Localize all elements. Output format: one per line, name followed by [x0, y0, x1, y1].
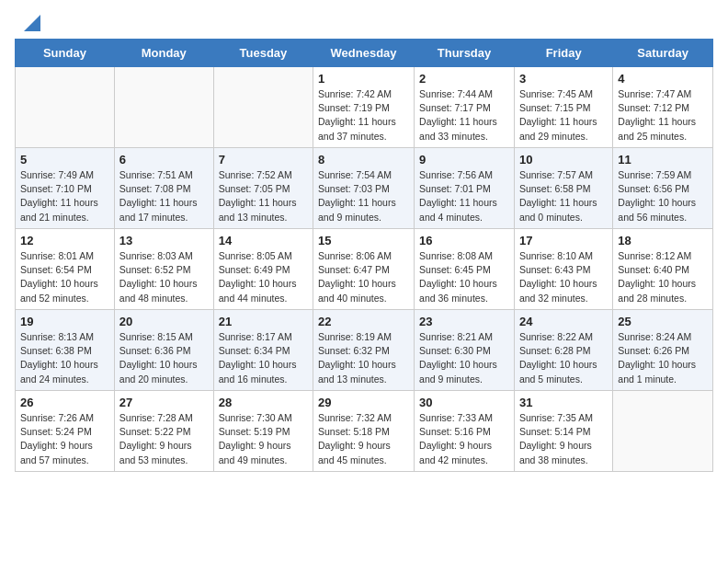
calendar-cell: 27Sunrise: 7:28 AMSunset: 5:22 PMDayligh… — [114, 391, 213, 472]
calendar-week-row: 26Sunrise: 7:26 AMSunset: 5:24 PMDayligh… — [16, 391, 713, 472]
day-number: 10 — [519, 153, 608, 167]
calendar-cell: 19Sunrise: 8:13 AMSunset: 6:38 PMDayligh… — [16, 310, 115, 391]
day-number: 31 — [519, 396, 608, 409]
day-number: 7 — [219, 153, 308, 167]
day-of-week-header: Tuesday — [213, 40, 313, 67]
day-info: Sunrise: 7:45 AMSunset: 7:15 PMDaylight:… — [519, 87, 608, 144]
calendar-cell — [16, 67, 115, 148]
day-number: 13 — [119, 234, 209, 247]
day-number: 18 — [618, 234, 708, 247]
calendar-cell: 6Sunrise: 7:51 AMSunset: 7:08 PMDaylight… — [114, 148, 213, 229]
day-number: 2 — [419, 72, 509, 86]
day-info: Sunrise: 8:05 AMSunset: 6:49 PMDaylight:… — [219, 249, 308, 305]
day-number: 11 — [618, 153, 708, 167]
day-info: Sunrise: 7:54 AMSunset: 7:03 PMDaylight:… — [318, 168, 409, 224]
svg-marker-0 — [24, 15, 40, 31]
day-number: 8 — [318, 153, 409, 167]
day-info: Sunrise: 7:30 AMSunset: 5:19 PMDaylight:… — [219, 411, 308, 467]
header-row: SundayMondayTuesdayWednesdayThursdayFrid… — [16, 40, 713, 67]
calendar-cell — [213, 67, 313, 148]
calendar-cell: 31Sunrise: 7:35 AMSunset: 5:14 PMDayligh… — [514, 391, 612, 472]
day-info: Sunrise: 8:01 AMSunset: 6:54 PMDaylight:… — [20, 249, 109, 305]
day-info: Sunrise: 8:15 AMSunset: 6:36 PMDaylight:… — [119, 330, 209, 386]
day-info: Sunrise: 8:10 AMSunset: 6:43 PMDaylight:… — [519, 249, 608, 305]
calendar-cell: 25Sunrise: 8:24 AMSunset: 6:26 PMDayligh… — [613, 310, 713, 391]
day-info: Sunrise: 7:32 AMSunset: 5:18 PMDaylight:… — [318, 411, 409, 467]
day-info: Sunrise: 7:52 AMSunset: 7:05 PMDaylight:… — [219, 168, 308, 224]
day-number: 27 — [119, 396, 209, 409]
day-number: 17 — [519, 234, 608, 247]
day-number: 28 — [219, 396, 308, 409]
day-number: 5 — [20, 153, 109, 167]
day-info: Sunrise: 8:24 AMSunset: 6:26 PMDaylight:… — [618, 330, 708, 386]
day-info: Sunrise: 8:12 AMSunset: 6:40 PMDaylight:… — [618, 249, 708, 305]
calendar-cell: 10Sunrise: 7:57 AMSunset: 6:58 PMDayligh… — [514, 148, 612, 229]
day-info: Sunrise: 8:08 AMSunset: 6:45 PMDaylight:… — [419, 249, 509, 305]
day-number: 4 — [618, 72, 708, 86]
day-info: Sunrise: 7:44 AMSunset: 7:17 PMDaylight:… — [419, 87, 509, 144]
day-info: Sunrise: 8:21 AMSunset: 6:30 PMDaylight:… — [419, 330, 509, 386]
day-number: 19 — [20, 315, 109, 328]
day-number: 21 — [219, 315, 308, 328]
day-info: Sunrise: 7:42 AMSunset: 7:19 PMDaylight:… — [318, 87, 409, 144]
day-info: Sunrise: 8:17 AMSunset: 6:34 PMDaylight:… — [219, 330, 308, 386]
day-of-week-header: Thursday — [415, 40, 515, 67]
day-number: 20 — [119, 315, 209, 328]
day-of-week-header: Monday — [114, 40, 213, 67]
day-of-week-header: Friday — [514, 40, 612, 67]
day-info: Sunrise: 7:47 AMSunset: 7:12 PMDaylight:… — [618, 87, 708, 144]
day-number: 9 — [419, 153, 509, 167]
calendar-cell: 7Sunrise: 7:52 AMSunset: 7:05 PMDaylight… — [213, 148, 313, 229]
day-of-week-header: Saturday — [613, 40, 713, 67]
calendar-cell: 23Sunrise: 8:21 AMSunset: 6:30 PMDayligh… — [415, 310, 515, 391]
calendar-cell: 28Sunrise: 7:30 AMSunset: 5:19 PMDayligh… — [213, 391, 313, 472]
calendar-cell: 11Sunrise: 7:59 AMSunset: 6:56 PMDayligh… — [613, 148, 713, 229]
calendar-cell: 29Sunrise: 7:32 AMSunset: 5:18 PMDayligh… — [313, 391, 415, 472]
day-number: 24 — [519, 315, 608, 328]
calendar-cell: 8Sunrise: 7:54 AMSunset: 7:03 PMDaylight… — [313, 148, 415, 229]
day-number: 15 — [318, 234, 409, 247]
logo — [22, 17, 40, 31]
day-info: Sunrise: 8:06 AMSunset: 6:47 PMDaylight:… — [318, 249, 409, 305]
day-info: Sunrise: 8:19 AMSunset: 6:32 PMDaylight:… — [318, 330, 409, 386]
day-info: Sunrise: 7:56 AMSunset: 7:01 PMDaylight:… — [419, 168, 509, 224]
day-info: Sunrise: 8:03 AMSunset: 6:52 PMDaylight:… — [119, 249, 209, 305]
day-number: 14 — [219, 234, 308, 247]
day-number: 30 — [419, 396, 509, 409]
day-number: 3 — [519, 72, 608, 86]
calendar-cell: 18Sunrise: 8:12 AMSunset: 6:40 PMDayligh… — [613, 229, 713, 310]
calendar-cell: 22Sunrise: 8:19 AMSunset: 6:32 PMDayligh… — [313, 310, 415, 391]
calendar-table: SundayMondayTuesdayWednesdayThursdayFrid… — [15, 39, 713, 472]
calendar-week-row: 1Sunrise: 7:42 AMSunset: 7:19 PMDaylight… — [16, 67, 713, 148]
day-info: Sunrise: 8:22 AMSunset: 6:28 PMDaylight:… — [519, 330, 608, 386]
day-info: Sunrise: 7:57 AMSunset: 6:58 PMDaylight:… — [519, 168, 608, 224]
calendar-cell: 14Sunrise: 8:05 AMSunset: 6:49 PMDayligh… — [213, 229, 313, 310]
calendar-cell: 16Sunrise: 8:08 AMSunset: 6:45 PMDayligh… — [415, 229, 515, 310]
day-number: 12 — [20, 234, 109, 247]
day-of-week-header: Sunday — [16, 40, 115, 67]
calendar-cell: 9Sunrise: 7:56 AMSunset: 7:01 PMDaylight… — [415, 148, 515, 229]
day-info: Sunrise: 7:49 AMSunset: 7:10 PMDaylight:… — [20, 168, 109, 224]
calendar-cell: 2Sunrise: 7:44 AMSunset: 7:17 PMDaylight… — [415, 67, 515, 148]
day-info: Sunrise: 7:59 AMSunset: 6:56 PMDaylight:… — [618, 168, 708, 224]
day-info: Sunrise: 7:26 AMSunset: 5:24 PMDaylight:… — [20, 411, 109, 467]
calendar-week-row: 12Sunrise: 8:01 AMSunset: 6:54 PMDayligh… — [16, 229, 713, 310]
calendar-body: 1Sunrise: 7:42 AMSunset: 7:19 PMDaylight… — [16, 67, 713, 472]
day-number: 26 — [20, 396, 109, 409]
calendar-cell: 5Sunrise: 7:49 AMSunset: 7:10 PMDaylight… — [16, 148, 115, 229]
calendar-container: SundayMondayTuesdayWednesdayThursdayFrid… — [0, 39, 728, 487]
calendar-cell: 24Sunrise: 8:22 AMSunset: 6:28 PMDayligh… — [514, 310, 612, 391]
calendar-cell: 1Sunrise: 7:42 AMSunset: 7:19 PMDaylight… — [313, 67, 415, 148]
calendar-cell: 17Sunrise: 8:10 AMSunset: 6:43 PMDayligh… — [514, 229, 612, 310]
day-info: Sunrise: 7:35 AMSunset: 5:14 PMDaylight:… — [519, 411, 608, 467]
page-header — [0, 0, 728, 39]
day-of-week-header: Wednesday — [313, 40, 415, 67]
day-number: 6 — [119, 153, 209, 167]
calendar-week-row: 19Sunrise: 8:13 AMSunset: 6:38 PMDayligh… — [16, 310, 713, 391]
calendar-cell: 13Sunrise: 8:03 AMSunset: 6:52 PMDayligh… — [114, 229, 213, 310]
day-info: Sunrise: 7:51 AMSunset: 7:08 PMDaylight:… — [119, 168, 209, 224]
calendar-cell: 30Sunrise: 7:33 AMSunset: 5:16 PMDayligh… — [415, 391, 515, 472]
calendar-cell — [114, 67, 213, 148]
calendar-cell: 21Sunrise: 8:17 AMSunset: 6:34 PMDayligh… — [213, 310, 313, 391]
day-info: Sunrise: 7:28 AMSunset: 5:22 PMDaylight:… — [119, 411, 209, 467]
